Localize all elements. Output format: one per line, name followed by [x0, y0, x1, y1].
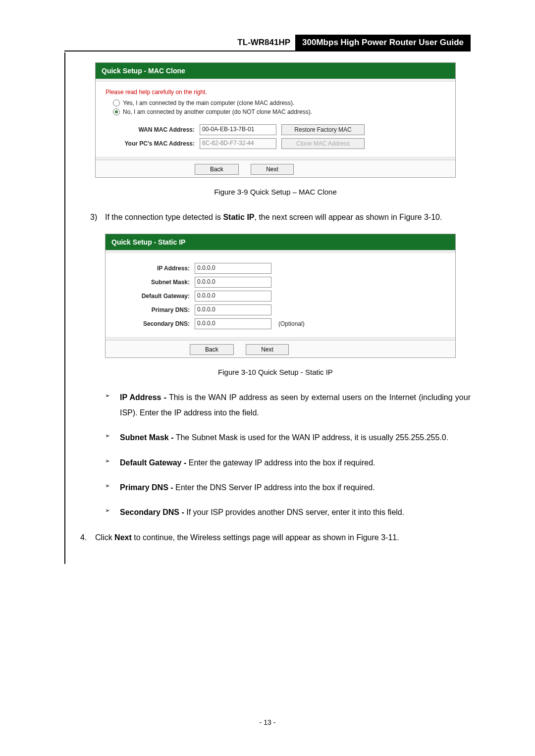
radio-no-label: No, I am connected by another computer (… [123, 108, 312, 115]
step-number: 3) [90, 210, 105, 225]
next-button[interactable]: Next [251, 164, 294, 175]
clone-mac-button: Clone MAC Address [281, 138, 365, 149]
page-number: - 13 - [0, 718, 535, 726]
radio-no[interactable] [113, 108, 120, 115]
model-number: TL-WR841HP [232, 35, 295, 50]
mac-clone-panel: Quick Setup - MAC Clone Please read help… [95, 62, 456, 178]
next-button[interactable]: Next [246, 344, 289, 355]
figure-caption: Figure 3-9 Quick Setup – MAC Clone [80, 188, 471, 196]
doc-header: TL-WR841HP 300Mbps High Power Router Use… [64, 35, 471, 51]
secondary-dns-label: Secondary DNS: [115, 320, 195, 327]
radio-yes-label: Yes, I am connected by the main computer… [123, 100, 294, 106]
radio-yes[interactable] [113, 100, 120, 106]
panel-title: Quick Setup - Static IP [106, 234, 455, 250]
wan-mac-label: WAN MAC Address: [106, 126, 200, 133]
subnet-mask-input[interactable]: 0.0.0.0 [195, 277, 271, 288]
step-text: If the connection type detected is Stati… [105, 210, 471, 225]
subnet-mask-label: Subnet Mask: [115, 279, 195, 286]
optional-label: (Optional) [278, 320, 305, 327]
back-button[interactable]: Back [195, 164, 239, 175]
pc-mac-label: Your PC's MAC Address: [106, 140, 200, 147]
bullet-mask: Subnet Mask - The Subnet Mask is used fo… [120, 430, 471, 445]
bullet-gw: Default Gateway - Enter the gateway IP a… [120, 455, 471, 470]
restore-factory-mac-button[interactable]: Restore Factory MAC [281, 124, 365, 135]
static-ip-panel: Quick Setup - Static IP IP Address: 0.0.… [105, 234, 456, 358]
ip-address-label: IP Address: [115, 265, 195, 272]
pc-mac-input: 6C-62-6D-F7-32-44 [200, 138, 276, 149]
chevron-icon: ➢ [105, 480, 120, 495]
bullet-dns2: Secondary DNS - If your ISP provides ano… [120, 505, 471, 520]
back-button[interactable]: Back [190, 344, 234, 355]
figure-caption: Figure 3-10 Quick Setup - Static IP [80, 368, 471, 376]
primary-dns-label: Primary DNS: [115, 306, 195, 313]
step-text: Click Next to continue, the Wireless set… [95, 530, 471, 545]
bullet-dns1: Primary DNS - Enter the DNS Server IP ad… [120, 480, 471, 495]
secondary-dns-input[interactable]: 0.0.0.0 [195, 318, 271, 329]
step-number: 4. [80, 530, 95, 545]
default-gateway-label: Default Gateway: [115, 293, 195, 300]
chevron-icon: ➢ [105, 430, 120, 445]
default-gateway-input[interactable]: 0.0.0.0 [195, 291, 271, 302]
help-text: Please read help carefully on the right. [106, 89, 445, 96]
guide-title: 300Mbps High Power Router User Guide [295, 35, 471, 50]
ip-address-input[interactable]: 0.0.0.0 [195, 263, 271, 274]
chevron-icon: ➢ [105, 505, 120, 520]
chevron-icon: ➢ [105, 455, 120, 470]
wan-mac-input[interactable]: 00-0A-EB-13-7B-01 [200, 124, 276, 135]
chevron-icon: ➢ [105, 390, 120, 420]
panel-title: Quick Setup - MAC Clone [96, 63, 455, 79]
bullet-ip: IP Address - This is the WAN IP address … [120, 390, 471, 420]
primary-dns-input[interactable]: 0.0.0.0 [195, 304, 271, 315]
